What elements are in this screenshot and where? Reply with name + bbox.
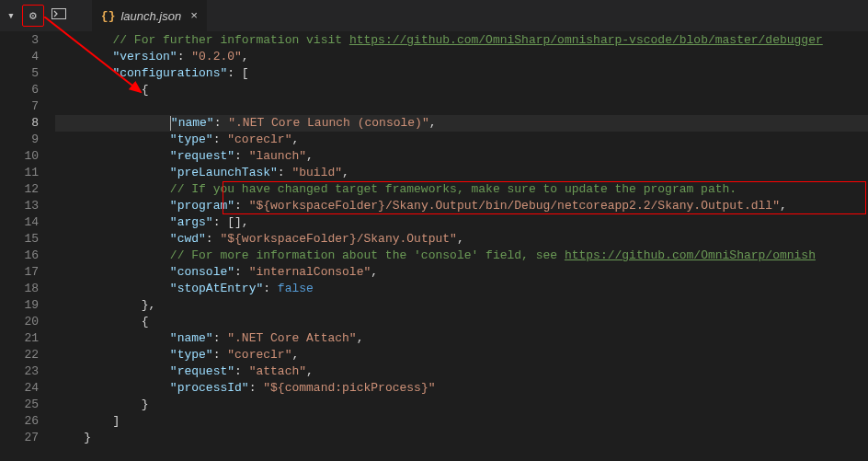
- code-line: "request": "attach",: [55, 363, 868, 380]
- code-line: }: [55, 397, 868, 413]
- code-line: "configurations": [: [55, 65, 868, 82]
- dropdown-icon[interactable]: ▾: [7, 8, 15, 23]
- code-line: "type": "coreclr",: [55, 132, 868, 148]
- gear-highlight-box: ⚙: [22, 5, 44, 27]
- toolbar-buttons: ▾ ⚙: [0, 5, 74, 27]
- code-line: "stopAtEntry": false: [55, 281, 868, 297]
- code-line: "program": "${workspaceFolder}/Skany.Out…: [55, 198, 868, 214]
- code-line: "preLaunchTask": "build",: [55, 165, 868, 181]
- svg-rect-0: [51, 9, 65, 19]
- editor[interactable]: 3 4 5 6 7 8 9 10 11 12 13 14 15 16 17 18…: [0, 32, 868, 461]
- code-line: }: [55, 430, 868, 446]
- code-line: "name": ".NET Core Attach",: [55, 330, 868, 347]
- code-area[interactable]: // For further information visit https:/…: [55, 32, 868, 461]
- code-line: // For further information visit https:/…: [55, 32, 868, 49]
- tab-title: launch.json: [120, 9, 181, 23]
- code-line-current: "name": ".NET Core Launch (console)",: [55, 115, 868, 132]
- code-line: "version": "0.2.0",: [55, 49, 868, 65]
- code-line: },: [55, 297, 868, 314]
- code-line: {: [55, 82, 868, 98]
- code-line: "processId": "${command:pickProcess}": [55, 380, 868, 397]
- top-bar: ▾ ⚙ {} launch.json ×: [0, 0, 868, 32]
- code-line: "request": "launch",: [55, 148, 868, 165]
- code-line: "type": "coreclr",: [55, 347, 868, 363]
- gear-icon[interactable]: ⚙: [29, 8, 37, 23]
- console-icon[interactable]: [51, 8, 66, 23]
- code-line: "args": [],: [55, 214, 868, 231]
- tab-launch-json[interactable]: {} launch.json ×: [92, 0, 207, 32]
- json-file-icon: {}: [101, 9, 116, 23]
- code-line: {: [55, 314, 868, 330]
- code-line: [55, 98, 868, 115]
- code-line: "cwd": "${workspaceFolder}/Skany.Output"…: [55, 231, 868, 248]
- gutter: 3 4 5 6 7 8 9 10 11 12 13 14 15 16 17 18…: [0, 32, 55, 461]
- close-icon[interactable]: ×: [190, 9, 198, 23]
- code-line: ]: [55, 413, 868, 430]
- code-line: // If you have changed target frameworks…: [55, 181, 868, 198]
- code-line: "console": "internalConsole",: [55, 264, 868, 281]
- code-line: // For more information about the 'conso…: [55, 248, 868, 264]
